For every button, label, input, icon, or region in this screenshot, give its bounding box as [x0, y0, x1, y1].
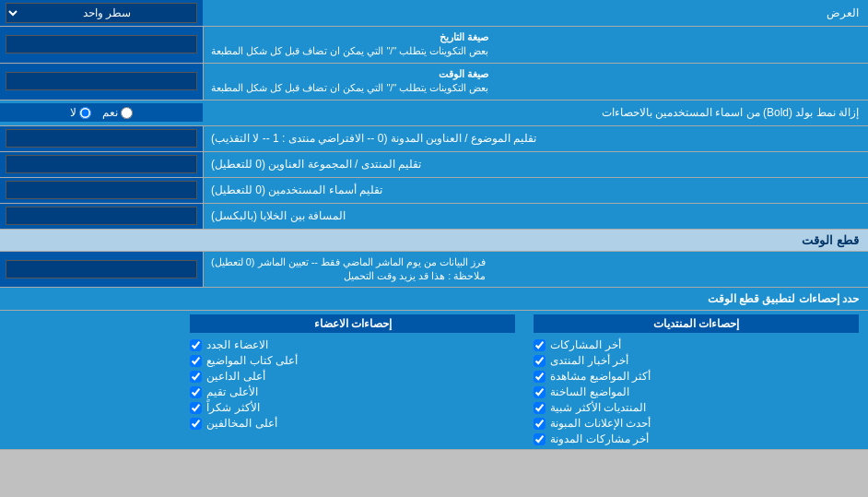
cutoff-input-wrapper: 0: [0, 252, 203, 288]
member-stats-col: إحصاءات الاعضاء الاعضاء الجدد أعلى كتاب …: [181, 311, 524, 449]
forum-stats-col: إحصاءات المنتديات أخر المشاركات أخر أخبا…: [524, 311, 868, 449]
display-mode-row: العرض سطر واحدسطرينثلاثة أسطر: [0, 0, 868, 27]
usernames-row: تقليم أسماء المستخدمين (0 للتعطيل) 0: [0, 178, 868, 204]
bold-remove-label: إزالة نمط بولد (Bold) من اسماء المستخدمي…: [203, 102, 868, 123]
bold-no-radio[interactable]: [79, 107, 91, 119]
date-format-label: صيغة التاريخ بعض التكوينات يتطلب "/" الت…: [203, 27, 868, 63]
cb-blog-posts: أخر مشاركات المدونة: [534, 432, 859, 445]
forum-group-input[interactable]: 33: [6, 155, 197, 173]
cb-top-writers: أعلى كتاب المواضيع: [190, 354, 515, 367]
cell-distance-input[interactable]: 2: [6, 207, 197, 225]
cb-forum-news: أخر أخبار المنتدى: [534, 354, 859, 367]
checkboxes-grid: إحصاءات المنتديات أخر المشاركات أخر أخبا…: [0, 311, 868, 450]
cb-new-members: الاعضاء الجدد: [190, 338, 515, 351]
date-format-row: صيغة التاريخ بعض التكوينات يتطلب "/" الت…: [0, 27, 868, 64]
cutoff-row: فرز البيانات من يوم الماشر الماضي فقط --…: [0, 252, 868, 289]
time-format-input-wrapper: H:i: [0, 64, 203, 100]
cb-top-inviters: أعلى الداعين: [190, 370, 515, 383]
cb-hot-topics: المواضيع الساخنة: [534, 385, 859, 398]
time-format-label: صيغة الوقت بعض التكوينات يتطلب "/" التي …: [203, 64, 868, 100]
subject-titles-input-wrapper: 33: [0, 126, 203, 151]
bold-yes-radio[interactable]: [121, 107, 133, 119]
cell-distance-input-wrapper: 2: [0, 204, 203, 229]
display-mode-label: العرض: [203, 3, 868, 23]
cb-last-posts-check[interactable]: [534, 339, 545, 351]
cutoff-input[interactable]: 0: [6, 260, 197, 278]
cb-top-violators: أعلى المخالفين: [190, 417, 515, 430]
cutoff-label: فرز البيانات من يوم الماشر الماضي فقط --…: [203, 252, 868, 288]
bold-remove-row: إزالة نمط بولد (Bold) من اسماء المستخدمي…: [0, 101, 868, 126]
cb-blog-posts-check[interactable]: [534, 433, 545, 445]
cb-similar-forums: المنتديات الأكثر شبية: [534, 401, 859, 414]
cb-most-thanks-check[interactable]: [190, 402, 202, 414]
empty-col: [0, 311, 181, 449]
cb-hot-topics-check[interactable]: [534, 386, 545, 398]
cb-most-viewed-check[interactable]: [534, 371, 545, 383]
forum-group-input-wrapper: 33: [0, 152, 203, 177]
cell-distance-row: المسافة بين الخلايا (بالبكسل) 2: [0, 204, 868, 230]
subject-titles-label: تقليم الموضوع / العناوين المدونة (0 -- ا…: [203, 126, 868, 151]
display-mode-select[interactable]: سطر واحدسطرينثلاثة أسطر: [6, 3, 197, 23]
cell-distance-label: المسافة بين الخلايا (بالبكسل): [203, 204, 868, 229]
time-format-input[interactable]: H:i: [6, 72, 197, 90]
bold-no-label[interactable]: لا: [70, 106, 91, 119]
cb-top-rated: الأعلى تقيم: [190, 385, 515, 398]
usernames-input[interactable]: 0: [6, 181, 197, 199]
cb-latest-announcements: أحدث الإعلانات المبونة: [534, 417, 859, 430]
cb-top-inviters-check[interactable]: [190, 371, 202, 383]
cb-forum-news-check[interactable]: [534, 355, 545, 367]
cb-most-viewed: أكثر المواضيع مشاهدة: [534, 370, 859, 383]
forum-group-label: تقليم المنتدى / المجموعة العناوين (0 للت…: [203, 152, 868, 177]
cb-new-members-check[interactable]: [190, 339, 202, 351]
bold-yes-label[interactable]: نعم: [102, 106, 133, 119]
cb-top-violators-check[interactable]: [190, 418, 202, 430]
cb-most-thanks: الأكثر شكراً: [190, 401, 515, 414]
stats-section-header: حدد إحصاءات لتطبيق قطع الوقت: [0, 288, 868, 310]
display-mode-select-wrapper: سطر واحدسطرينثلاثة أسطر: [0, 0, 203, 26]
subject-titles-row: تقليم الموضوع / العناوين المدونة (0 -- ا…: [0, 126, 868, 152]
cb-top-writers-check[interactable]: [190, 355, 202, 367]
forum-group-row: تقليم المنتدى / المجموعة العناوين (0 للت…: [0, 152, 868, 178]
bold-remove-controls: نعم لا: [0, 103, 203, 122]
member-stats-header: إحصاءات الاعضاء: [190, 314, 515, 333]
date-format-input-wrapper: d-m: [0, 27, 203, 63]
cb-last-posts: أخر المشاركات: [534, 338, 859, 351]
subject-titles-input[interactable]: 33: [6, 129, 197, 148]
cutoff-section-header: قطع الوقت: [0, 230, 868, 252]
forum-stats-header: إحصاءات المنتديات: [534, 314, 859, 333]
usernames-label: تقليم أسماء المستخدمين (0 للتعطيل): [203, 178, 868, 203]
cb-similar-forums-check[interactable]: [534, 402, 545, 414]
cb-top-rated-check[interactable]: [190, 386, 202, 398]
cb-latest-announcements-check[interactable]: [534, 418, 545, 430]
usernames-input-wrapper: 0: [0, 178, 203, 203]
date-format-input[interactable]: d-m: [6, 35, 197, 53]
time-format-row: صيغة الوقت بعض التكوينات يتطلب "/" التي …: [0, 64, 868, 101]
